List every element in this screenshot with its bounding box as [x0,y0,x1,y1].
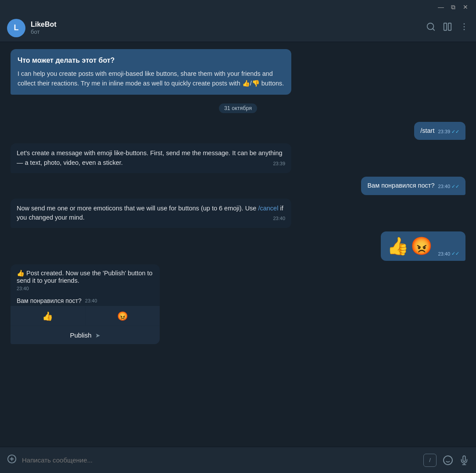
double-check-icon: ✓✓ [451,128,459,135]
microphone-icon[interactable] [459,454,469,467]
bubble-bot-intro: Что может делать этот бот? I can help yo… [11,49,291,95]
svg-point-4 [464,23,465,25]
message-input[interactable] [22,456,418,464]
inline-buttons-row: 👍 😡 [11,306,160,326]
bubble-user-start: /start 23:39 ✓✓ [414,122,465,140]
inline-label-text: Вам понравился пост? [17,297,82,304]
svg-point-10 [444,456,452,465]
minimize-button[interactable]: — [436,2,446,12]
bubble-bot-create: Let's create a message with emoji like-b… [11,143,291,173]
publish-label: Publish [70,331,91,339]
bubble-user-question: Вам понравился пост? 23:40 ✓✓ [361,177,465,195]
inline-label-row: Вам понравился пост? 23:40 [11,295,160,306]
commands-slash-icon: / [429,457,431,463]
message-user-emojis: 👍 😡 23:40 ✓✓ [381,231,465,261]
double-check-icon-2: ✓✓ [451,183,459,190]
svg-point-6 [464,29,465,30]
bot-intro-title: Что может делать этот бот? [18,55,284,66]
message-user-start: /start 23:39 ✓✓ [414,122,465,140]
user-question-text: Вам понравился пост? [367,182,434,189]
bot-create-text: Let's create a message with emoji like-b… [17,149,283,166]
svg-line-1 [433,28,434,30]
commands-button[interactable]: / [423,454,437,467]
user-question-time: 23:40 ✓✓ [438,183,459,190]
bubble-bot-emoticons: Now send me one or more emoticons that w… [11,199,291,228]
input-bar: / [0,447,476,473]
message-bot-inline: 👍 Post created. Now use the 'Publish' bu… [11,264,309,344]
attach-icon[interactable] [7,454,17,466]
message-bot-intro: Что может делать этот бот? I can help yo… [11,49,309,95]
user-start-text: /start [420,127,434,134]
user-emojis-time: 23:40 ✓✓ [438,251,459,256]
inline-btn-thumbsup[interactable]: 👍 [11,306,86,326]
emoji-angry: 😡 [411,236,433,256]
inline-keyboard-card: 👍 Post created. Now use the 'Publish' bu… [11,264,160,344]
close-button[interactable]: ✕ [460,2,471,12]
message-bot-create: Let's create a message with emoji like-b… [11,143,309,173]
input-actions: / [423,454,469,467]
chat-area: Что может делать этот бот? I can help yo… [0,42,476,447]
cancel-link[interactable]: /cancel [258,205,278,212]
bubble-user-emojis: 👍 😡 23:40 ✓✓ [381,231,465,261]
date-divider: 31 октября [11,103,465,113]
inline-keyboard-msg-time: 23:40 [11,286,160,295]
svg-rect-2 [444,23,447,31]
date-divider-text: 31 октября [219,103,257,113]
user-start-time: 23:39 ✓✓ [438,128,459,135]
inline-btn-publish[interactable]: Publish ➤ [11,326,160,344]
columns-icon[interactable] [443,22,452,34]
inline-btn-angry[interactable]: 😡 [86,306,160,326]
svg-rect-3 [448,23,451,31]
titlebar: — ⧉ ✕ [0,0,476,14]
message-bot-emoticons: Now send me one or more emoticons that w… [11,199,309,228]
emoji-thumbs: 👍 [387,236,409,256]
forward-icon: ➤ [95,332,100,339]
emoji-picker-icon[interactable] [443,454,453,467]
bot-name: LikeBot [31,21,426,28]
double-check-icon-3: ✓✓ [451,251,459,256]
bot-emoticons-time: 23:40 [273,215,285,222]
chat-header: L LikeBot бот [0,14,476,42]
bot-intro-body: I can help you create posts with emoji-b… [18,70,284,87]
search-icon[interactable] [426,22,436,34]
inline-keyboard-text: 👍 Post created. Now use the 'Publish' bu… [11,264,160,286]
message-user-question: Вам понравился пост? 23:40 ✓✓ [361,177,465,195]
more-icon[interactable] [459,22,469,34]
bot-create-time: 23:39 [273,160,285,167]
avatar: L [7,19,25,37]
header-actions [426,22,469,34]
svg-point-5 [464,26,465,28]
bot-status: бот [31,28,426,35]
maximize-button[interactable]: ⧉ [448,2,458,12]
header-info: LikeBot бот [31,21,426,35]
inline-label-time: 23:40 [85,298,97,303]
